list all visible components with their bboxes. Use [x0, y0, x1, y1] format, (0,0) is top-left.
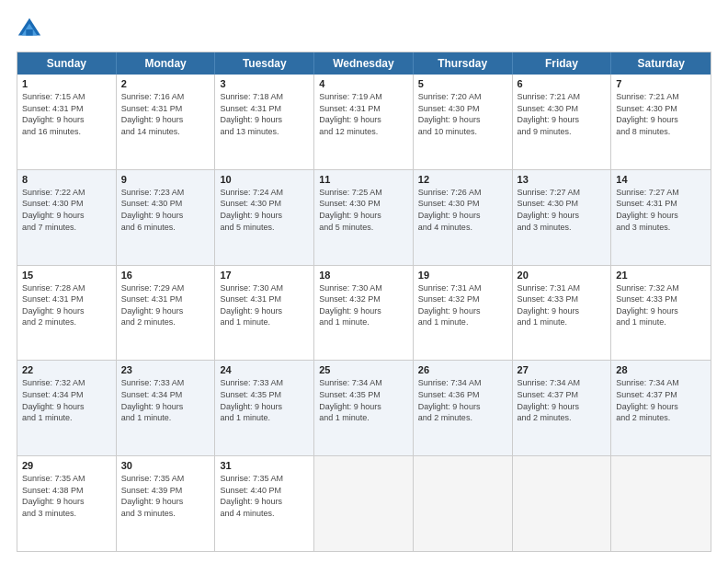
weekday-header-friday: Friday — [513, 52, 612, 75]
calendar-body: 1Sunrise: 7:15 AM Sunset: 4:31 PM Daylig… — [17, 75, 711, 551]
day-number: 30 — [121, 460, 210, 471]
day-number: 27 — [518, 364, 607, 375]
day-number: 20 — [518, 270, 607, 281]
day-cell-2: 2Sunrise: 7:16 AM Sunset: 4:31 PM Daylig… — [117, 75, 216, 169]
day-cell-21: 21Sunrise: 7:32 AM Sunset: 4:33 PM Dayli… — [611, 266, 711, 361]
day-info: Sunrise: 7:27 AM Sunset: 4:31 PM Dayligh… — [616, 187, 706, 233]
day-number: 5 — [418, 78, 507, 89]
day-cell-23: 23Sunrise: 7:33 AM Sunset: 4:34 PM Dayli… — [117, 361, 216, 455]
day-cell-7: 7Sunrise: 7:21 AM Sunset: 4:30 PM Daylig… — [611, 75, 711, 169]
day-number: 26 — [418, 364, 507, 375]
weekday-header-monday: Monday — [117, 52, 216, 75]
day-number: 19 — [418, 270, 507, 281]
day-number: 28 — [616, 364, 706, 375]
day-info: Sunrise: 7:24 AM Sunset: 4:30 PM Dayligh… — [220, 187, 309, 233]
day-cell-28: 28Sunrise: 7:34 AM Sunset: 4:37 PM Dayli… — [611, 361, 711, 455]
day-cell-6: 6Sunrise: 7:21 AM Sunset: 4:30 PM Daylig… — [513, 75, 612, 169]
day-number: 7 — [616, 78, 706, 89]
day-number: 21 — [616, 270, 706, 281]
day-cell-19: 19Sunrise: 7:31 AM Sunset: 4:32 PM Dayli… — [414, 266, 513, 361]
day-cell-4: 4Sunrise: 7:19 AM Sunset: 4:31 PM Daylig… — [314, 75, 414, 169]
empty-cell-r4-c3 — [314, 456, 414, 551]
day-info: Sunrise: 7:18 AM Sunset: 4:31 PM Dayligh… — [220, 91, 309, 137]
day-info: Sunrise: 7:30 AM Sunset: 4:32 PM Dayligh… — [319, 282, 408, 328]
header — [17, 17, 711, 42]
day-number: 9 — [121, 174, 210, 185]
day-info: Sunrise: 7:34 AM Sunset: 4:36 PM Dayligh… — [418, 377, 507, 423]
day-number: 24 — [220, 364, 309, 375]
day-info: Sunrise: 7:29 AM Sunset: 4:31 PM Dayligh… — [121, 282, 210, 328]
day-number: 13 — [518, 174, 607, 185]
weekday-header-thursday: Thursday — [414, 52, 513, 75]
day-info: Sunrise: 7:25 AM Sunset: 4:30 PM Dayligh… — [319, 187, 408, 233]
day-number: 16 — [121, 270, 210, 281]
weekday-header-sunday: Sunday — [17, 52, 117, 75]
calendar-row-4: 22Sunrise: 7:32 AM Sunset: 4:34 PM Dayli… — [17, 360, 711, 455]
day-number: 29 — [22, 460, 111, 471]
day-cell-26: 26Sunrise: 7:34 AM Sunset: 4:36 PM Dayli… — [414, 361, 513, 455]
day-number: 23 — [121, 364, 210, 375]
day-info: Sunrise: 7:19 AM Sunset: 4:31 PM Dayligh… — [319, 91, 408, 137]
day-cell-16: 16Sunrise: 7:29 AM Sunset: 4:31 PM Dayli… — [117, 266, 216, 361]
weekday-header-tuesday: Tuesday — [215, 52, 314, 75]
day-number: 3 — [220, 78, 309, 89]
day-cell-14: 14Sunrise: 7:27 AM Sunset: 4:31 PM Dayli… — [611, 170, 711, 265]
logo — [17, 17, 46, 42]
day-info: Sunrise: 7:22 AM Sunset: 4:30 PM Dayligh… — [22, 187, 111, 233]
day-info: Sunrise: 7:33 AM Sunset: 4:34 PM Dayligh… — [121, 377, 210, 423]
weekday-header-saturday: Saturday — [611, 52, 711, 75]
day-number: 12 — [418, 174, 507, 185]
day-cell-9: 9Sunrise: 7:23 AM Sunset: 4:30 PM Daylig… — [117, 170, 216, 265]
day-info: Sunrise: 7:32 AM Sunset: 4:34 PM Dayligh… — [22, 377, 111, 423]
day-number: 10 — [220, 174, 309, 185]
calendar-row-1: 1Sunrise: 7:15 AM Sunset: 4:31 PM Daylig… — [17, 75, 711, 169]
day-cell-13: 13Sunrise: 7:27 AM Sunset: 4:30 PM Dayli… — [513, 170, 612, 265]
day-number: 2 — [121, 78, 210, 89]
logo-icon — [17, 17, 42, 42]
svg-rect-2 — [26, 29, 32, 36]
day-info: Sunrise: 7:31 AM Sunset: 4:33 PM Dayligh… — [518, 282, 607, 328]
day-number: 4 — [319, 78, 408, 89]
day-number: 25 — [319, 364, 408, 375]
day-cell-5: 5Sunrise: 7:20 AM Sunset: 4:30 PM Daylig… — [414, 75, 513, 169]
day-info: Sunrise: 7:16 AM Sunset: 4:31 PM Dayligh… — [121, 91, 210, 137]
calendar-row-3: 15Sunrise: 7:28 AM Sunset: 4:31 PM Dayli… — [17, 265, 711, 361]
day-cell-30: 30Sunrise: 7:35 AM Sunset: 4:39 PM Dayli… — [117, 456, 216, 551]
calendar-row-2: 8Sunrise: 7:22 AM Sunset: 4:30 PM Daylig… — [17, 169, 711, 265]
day-info: Sunrise: 7:34 AM Sunset: 4:35 PM Dayligh… — [319, 377, 408, 423]
day-number: 22 — [22, 364, 111, 375]
day-cell-11: 11Sunrise: 7:25 AM Sunset: 4:30 PM Dayli… — [314, 170, 414, 265]
day-cell-25: 25Sunrise: 7:34 AM Sunset: 4:35 PM Dayli… — [314, 361, 414, 455]
day-info: Sunrise: 7:33 AM Sunset: 4:35 PM Dayligh… — [220, 377, 309, 423]
empty-cell-r4-c6 — [611, 456, 711, 551]
day-cell-27: 27Sunrise: 7:34 AM Sunset: 4:37 PM Dayli… — [513, 361, 612, 455]
empty-cell-r4-c4 — [414, 456, 513, 551]
day-info: Sunrise: 7:35 AM Sunset: 4:38 PM Dayligh… — [22, 473, 111, 519]
day-number: 31 — [220, 460, 309, 471]
day-cell-8: 8Sunrise: 7:22 AM Sunset: 4:30 PM Daylig… — [17, 170, 117, 265]
day-cell-12: 12Sunrise: 7:26 AM Sunset: 4:30 PM Dayli… — [414, 170, 513, 265]
day-info: Sunrise: 7:35 AM Sunset: 4:39 PM Dayligh… — [121, 473, 210, 519]
day-cell-29: 29Sunrise: 7:35 AM Sunset: 4:38 PM Dayli… — [17, 456, 117, 551]
day-info: Sunrise: 7:34 AM Sunset: 4:37 PM Dayligh… — [616, 377, 706, 423]
day-info: Sunrise: 7:21 AM Sunset: 4:30 PM Dayligh… — [616, 91, 706, 137]
calendar: SundayMondayTuesdayWednesdayThursdayFrid… — [17, 52, 711, 552]
day-cell-22: 22Sunrise: 7:32 AM Sunset: 4:34 PM Dayli… — [17, 361, 117, 455]
day-number: 1 — [22, 78, 111, 89]
page: SundayMondayTuesdayWednesdayThursdayFrid… — [0, 0, 728, 563]
day-info: Sunrise: 7:21 AM Sunset: 4:30 PM Dayligh… — [518, 91, 607, 137]
day-number: 15 — [22, 270, 111, 281]
day-info: Sunrise: 7:31 AM Sunset: 4:32 PM Dayligh… — [418, 282, 507, 328]
day-info: Sunrise: 7:35 AM Sunset: 4:40 PM Dayligh… — [220, 473, 309, 519]
day-cell-31: 31Sunrise: 7:35 AM Sunset: 4:40 PM Dayli… — [215, 456, 314, 551]
calendar-row-5: 29Sunrise: 7:35 AM Sunset: 4:38 PM Dayli… — [17, 455, 711, 551]
day-number: 8 — [22, 174, 111, 185]
day-cell-24: 24Sunrise: 7:33 AM Sunset: 4:35 PM Dayli… — [215, 361, 314, 455]
day-number: 6 — [518, 78, 607, 89]
day-info: Sunrise: 7:34 AM Sunset: 4:37 PM Dayligh… — [518, 377, 607, 423]
day-cell-1: 1Sunrise: 7:15 AM Sunset: 4:31 PM Daylig… — [17, 75, 117, 169]
day-info: Sunrise: 7:27 AM Sunset: 4:30 PM Dayligh… — [518, 187, 607, 233]
calendar-header: SundayMondayTuesdayWednesdayThursdayFrid… — [17, 52, 711, 75]
day-info: Sunrise: 7:15 AM Sunset: 4:31 PM Dayligh… — [22, 91, 111, 137]
day-cell-18: 18Sunrise: 7:30 AM Sunset: 4:32 PM Dayli… — [314, 266, 414, 361]
